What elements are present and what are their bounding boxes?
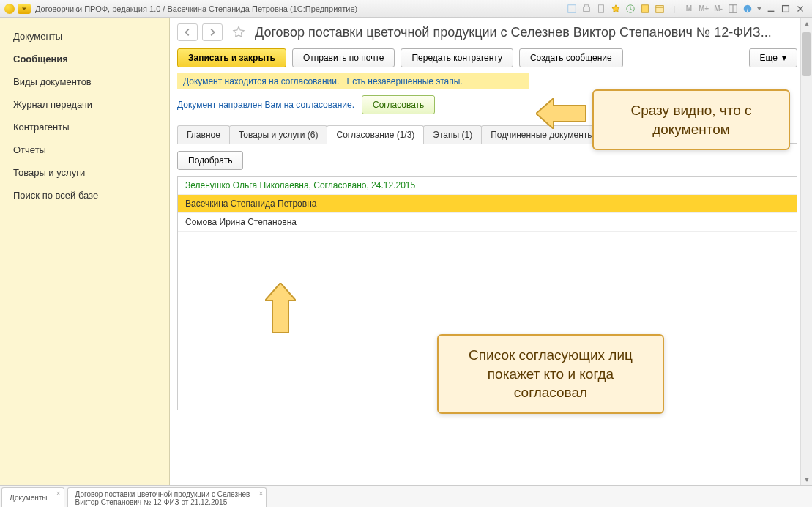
taskbar: Документы×Договор поставки цветочной про… [0,485,812,507]
approve-button[interactable]: Согласовать [362,95,435,114]
tab-1[interactable]: Товары и услуги (6) [229,125,328,144]
task-tab-close-icon[interactable]: × [259,489,264,498]
svg-rect-3 [599,4,604,12]
svg-rect-13 [783,5,789,12]
sep: | [668,3,680,15]
history-icon[interactable] [625,3,636,15]
status-banner: Документ находится на согласовании. Есть… [177,73,529,89]
task-tab-line1: Договор поставки цветочной продукции с С… [75,490,250,499]
task-tab-line1: Документы [10,494,48,503]
task-tab-0[interactable]: Документы× [1,487,64,507]
back-button[interactable] [177,23,198,41]
info-dropdown-icon[interactable] [756,3,762,15]
callout-1: Сразу видно, что с документом [592,89,790,150]
svg-rect-5 [642,4,649,12]
tab-2[interactable]: Согласование (1/3) [327,125,424,144]
panels-icon[interactable] [727,3,739,15]
list-row-0[interactable]: Зеленушко Ольга Николаевна, Согласовано,… [178,177,797,195]
sidebar-item-3[interactable]: Журнал передачи [0,93,169,116]
sidebar-item-7[interactable]: Поиск по всей базе [0,184,169,207]
arrow-1-icon [536,98,587,129]
forward-button[interactable] [202,23,223,41]
sidebar-item-4[interactable]: Контрагенты [0,116,169,138]
favorite-star-icon[interactable] [230,23,247,41]
close-icon[interactable] [794,3,806,15]
titlebar: Договорчики ПРОФ, редакция 1.0 / Васечки… [0,0,812,18]
main-panel: Договор поставки цветочной продукции с С… [170,18,812,485]
more-button[interactable]: Еще▾ [749,48,797,67]
more-label: Еще [760,53,778,63]
doc-icon[interactable] [595,3,607,15]
sidebar-item-1[interactable]: Сообщения [0,48,169,70]
app-icon [4,4,15,14]
task-tab-close-icon[interactable]: × [56,489,61,498]
maximize-icon[interactable] [780,3,791,15]
status-link-2[interactable]: Есть незавершенные этапы. [346,76,462,86]
favorite-icon[interactable] [610,3,622,15]
sidebar-item-0[interactable]: Документы [0,25,169,48]
list-row-1[interactable]: Васечкина Степанида Петровна [178,195,797,213]
task-tab-line2: Виктор Степанович № 12-ФИЗ от 21.12.2015 [75,498,250,507]
minimize-icon[interactable] [765,3,777,15]
m-minus-button[interactable]: M- [712,3,724,15]
list-row-2[interactable]: Сомова Ирина Степановна [178,213,797,232]
caret-down-icon: ▾ [782,53,786,63]
approval-message: Документ направлен Вам на согласование. [177,100,354,110]
info-icon[interactable]: i [742,3,753,15]
document-title: Договор поставки цветочной продукции с С… [255,25,797,40]
scroll-up-icon[interactable]: ▴ [801,18,812,29]
vertical-scrollbar[interactable]: ▴ ▾ [800,18,812,485]
tab-0[interactable]: Главное [177,125,230,144]
callout-2: Список согласующих лиц покажет кто и ког… [437,334,664,414]
print-icon[interactable] [581,3,592,15]
status-link-1[interactable]: Документ находится на согласовании. [183,76,339,86]
svg-rect-2 [584,4,588,7]
sidebar-item-6[interactable]: Товары и услуги [0,161,169,184]
scroll-down-icon[interactable]: ▾ [801,473,812,485]
command-bar: Записать и закрыть Отправить по почте Пе… [170,45,812,73]
arrow-2-icon [265,283,296,334]
create-message-button[interactable]: Создать сообщение [519,48,623,67]
calendar-icon[interactable] [654,3,666,15]
m-plus-button[interactable]: M+ [698,3,709,15]
sidebar-item-5[interactable]: Отчеты [0,138,169,161]
toolbar-icon-1[interactable] [566,3,578,15]
nav-dropdown[interactable] [18,4,31,14]
calc-icon[interactable] [639,3,651,15]
pick-button[interactable]: Подобрать [177,151,243,170]
window-title: Договорчики ПРОФ, редакция 1.0 / Васечки… [35,4,357,13]
doc-header: Договор поставки цветочной продукции с С… [170,18,812,45]
sidebar-item-2[interactable]: Виды документов [0,70,169,93]
tab-3[interactable]: Этапы (1) [423,125,482,144]
m-button[interactable]: M [683,3,695,15]
send-counterparty-button[interactable]: Передать контрагенту [401,48,513,67]
svg-rect-6 [656,5,664,12]
svg-rect-1 [584,7,590,11]
send-mail-button[interactable]: Отправить по почте [292,48,395,67]
save-close-button[interactable]: Записать и закрыть [177,48,286,67]
scroll-thumb[interactable] [802,32,811,76]
svg-rect-0 [568,4,576,12]
task-tab-1[interactable]: Договор поставки цветочной продукции с С… [67,487,267,507]
sidebar: ДокументыСообщенияВиды документовЖурнал … [0,18,170,485]
